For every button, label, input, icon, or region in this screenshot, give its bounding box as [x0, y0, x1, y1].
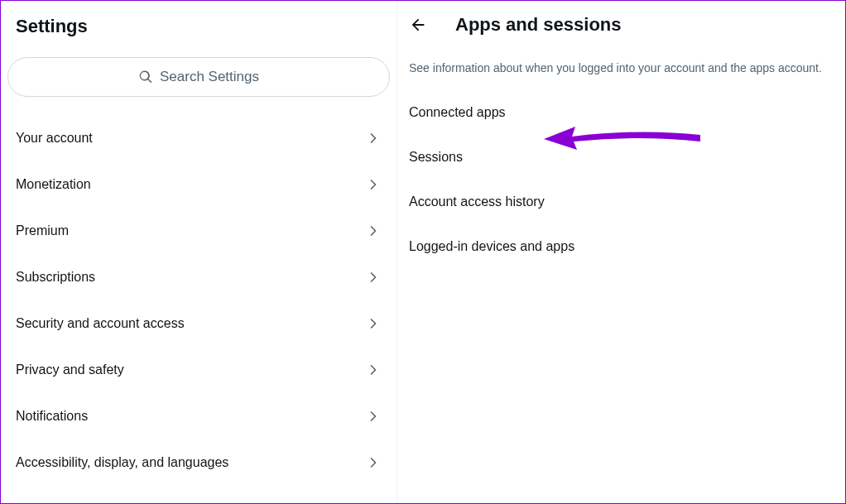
settings-title: Settings	[1, 1, 397, 57]
chevron-right-icon	[365, 362, 382, 378]
settings-menu-list: Your account Monetization Premium Subscr…	[1, 112, 397, 486]
settings-sidebar: Settings Search Settings Your account Mo…	[1, 1, 397, 503]
back-arrow-icon[interactable]	[409, 16, 427, 34]
menu-item-monetization[interactable]: Monetization	[1, 161, 397, 208]
search-placeholder: Search Settings	[160, 69, 259, 85]
detail-item-account-access-history[interactable]: Account access history	[397, 180, 845, 224]
detail-item-label: Connected apps	[409, 105, 506, 119]
detail-item-label: Account access history	[409, 194, 545, 209]
search-icon	[138, 70, 153, 84]
detail-title: Apps and sessions	[455, 14, 622, 36]
chevron-right-icon	[365, 176, 382, 193]
menu-item-premium[interactable]: Premium	[1, 208, 397, 254]
menu-item-label: Privacy and safety	[16, 362, 124, 377]
detail-item-label: Logged-in devices and apps	[409, 239, 574, 253]
detail-item-connected-apps[interactable]: Connected apps	[397, 90, 845, 135]
detail-description: See information about when you logged in…	[397, 50, 845, 90]
menu-item-notifications[interactable]: Notifications	[1, 393, 397, 439]
detail-panel: Apps and sessions See information about …	[397, 1, 845, 503]
detail-header: Apps and sessions	[397, 1, 845, 50]
chevron-right-icon	[365, 223, 382, 239]
menu-item-label: Security and account access	[16, 316, 185, 331]
chevron-right-icon	[365, 269, 382, 286]
menu-item-privacy-safety[interactable]: Privacy and safety	[1, 347, 397, 393]
chevron-right-icon	[365, 130, 382, 146]
chevron-right-icon	[365, 454, 382, 471]
chevron-right-icon	[365, 315, 382, 332]
menu-item-label: Monetization	[16, 177, 91, 192]
menu-item-label: Notifications	[16, 409, 88, 424]
detail-item-label: Sessions	[409, 150, 463, 164]
search-settings-input[interactable]: Search Settings	[7, 57, 390, 97]
chevron-right-icon	[365, 408, 382, 425]
menu-item-accessibility-display-languages[interactable]: Accessibility, display, and languages	[1, 439, 397, 486]
detail-item-logged-in-devices[interactable]: Logged-in devices and apps	[397, 224, 845, 269]
menu-item-label: Your account	[16, 131, 93, 146]
menu-item-security-account-access[interactable]: Security and account access	[1, 300, 397, 347]
menu-item-subscriptions[interactable]: Subscriptions	[1, 254, 397, 300]
menu-item-label: Subscriptions	[16, 270, 95, 285]
menu-item-label: Premium	[16, 223, 69, 238]
menu-item-label: Accessibility, display, and languages	[16, 455, 228, 470]
detail-item-sessions[interactable]: Sessions	[397, 135, 845, 180]
search-wrapper: Search Settings	[1, 57, 397, 112]
menu-item-your-account[interactable]: Your account	[1, 115, 397, 161]
